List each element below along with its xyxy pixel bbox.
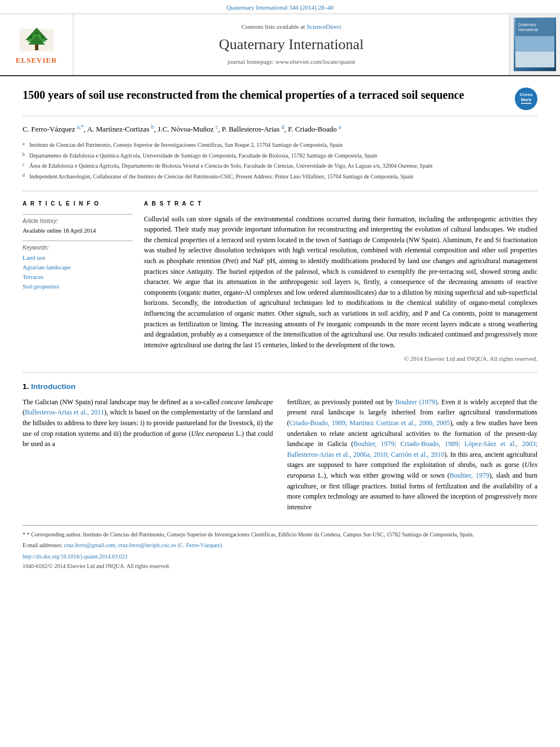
svg-text:Quaternary: Quaternary [518,23,537,27]
svg-rect-10 [515,36,554,52]
corresponding-author-note: * * Corresponding author. Instituto de C… [23,530,537,539]
contents-line: Contents lists available at ScienceDirec… [241,23,341,32]
svg-point-6 [41,36,43,38]
body-col-right-text: fertilizer, as previously pointed out by… [287,397,538,513]
ref-bouhier-shrubs[interactable]: Bouhier, 1979 [449,471,489,479]
article-info-column: A R T I C L E I N F O Article history: A… [23,200,133,364]
sciencedirect-link[interactable]: ScienceDirect [307,23,342,30]
article-info-heading: A R T I C L E I N F O [23,200,133,208]
svg-rect-1 [35,45,38,50]
crossmark-badge[interactable]: Cross Mark [515,88,537,110]
article-container: 1500 years of soil use reconstructed fro… [0,76,560,582]
affiliation-d: d Independent Archaeologist, Collaborato… [23,172,537,182]
email-label: E-mail addresses: [23,542,63,548]
affiliation-b-text: Departamento de Edafoloxía e Química Agr… [29,151,377,161]
keywords-block: Keywords: Land use Agrarian landscape Te… [23,241,133,291]
svg-text:Cross: Cross [520,92,533,97]
affiliation-d-text: Independent Archaeologist, Collaborator … [29,172,413,182]
journal-header-left: ELSEVIER [0,14,73,75]
body-two-col: The Galician (NW Spain) rural landscape … [23,397,537,517]
article-history-block: Article history: Available online 18 Apr… [23,214,133,235]
affiliation-a: a Instituto de Ciencias del Patrimonio, … [23,141,537,150]
affiliations-section: a Instituto de Ciencias del Patrimonio, … [23,141,537,191]
footnote-section: * * Corresponding author. Instituto de C… [23,525,537,570]
email-footnote: E-mail addresses: cruz.ferro@gmail.com, … [23,541,537,549]
svg-text:International: International [518,28,538,32]
doi-link[interactable]: http://dx.doi.org/10.1016/j.quaint.2014.… [23,553,128,560]
journal-header-center: Contents lists available at ScienceDirec… [73,14,509,75]
section1-number: 1. [23,382,29,391]
keyword-4[interactable]: Soil properties [23,282,133,291]
ref-bouhier-1979[interactable]: Bouhier (1979) [395,398,438,406]
journal-title: Quaternary International [219,34,364,55]
body-col-left: The Galician (NW Spain) rural landscape … [23,397,273,517]
journal-header: ELSEVIER Contents lists available at Sci… [0,14,560,76]
svg-point-5 [30,36,32,38]
keyword-3[interactable]: Terraces [23,273,133,282]
history-label: Article history: [23,217,133,226]
affiliation-c-text: Área de Edafoloxía e Química Agrícola, D… [29,161,432,171]
ref-criado-1989[interactable]: Criado-Boado, 1989; Martínez Cortizas et… [290,419,450,427]
email-links[interactable]: cruz.ferro@gmail.com, cruz.ferro@incipit… [64,542,223,548]
available-online: Available online 18 April 2014 [23,226,133,235]
ref-ballesteros-2011[interactable]: Ballesteros-Arias et al., 2011 [25,408,104,416]
elsevier-tree-icon [17,23,56,54]
affiliation-a-text: Instituto de Ciencias del Patrimonio, Co… [29,141,343,150]
copyright-line: © 2014 Elsevier Ltd and INQUA. All right… [144,355,537,364]
section1-title: Introduction [31,382,76,391]
journal-homepage: journal homepage: www.elsevier.com/locat… [228,58,355,67]
journal-cover-image: Quaternary International [509,14,560,75]
keywords-label: Keywords: [23,244,133,252]
keyword-2[interactable]: Agrarian landscape [23,263,133,272]
body-section: 1. Introduction The Galician (NW Spain) … [23,381,537,517]
ref-bouhier-galicia[interactable]: Bouhier, 1979; Criado-Boado, 1989; López… [287,440,538,458]
page-wrapper: Quaternary International 346 (2014) 28–4… [0,0,560,582]
elsevier-logo: ELSEVIER [16,23,58,66]
svg-rect-11 [515,52,554,68]
issn-line: 1040-6182/© 2014 Elsevier Ltd and INQUA.… [23,562,537,571]
svg-point-7 [36,32,38,34]
article-title: 1500 years of soil use reconstructed fro… [23,88,506,102]
article-title-section: 1500 years of soil use reconstructed fro… [23,88,537,116]
authors-line: C. Ferro-Vázquez a,*, A. Martínez-Cortiz… [23,123,537,135]
doi-line[interactable]: http://dx.doi.org/10.1016/j.quaint.2014.… [23,553,537,561]
cover-thumbnail: Quaternary International [514,18,556,71]
affiliation-b: b Departamento de Edafoloxía e Química A… [23,151,537,161]
keyword-1[interactable]: Land use [23,254,133,263]
abstract-heading: A B S T R A C T [144,200,537,208]
affiliation-c: c Área de Edafoloxía e Química Agrícola,… [23,161,537,171]
body-col-right: fertilizer, as previously pointed out by… [287,397,538,517]
section1-heading: 1. Introduction [23,381,537,392]
abstract-text: Colluvial soils can store signals of the… [144,214,537,351]
crossmark-icon[interactable]: Cross Mark [515,88,537,110]
body-col-left-text: The Galician (NW Spain) rural landscape … [23,397,273,449]
info-abstract-section: A R T I C L E I N F O Article history: A… [23,200,537,373]
top-bar: Quaternary International 346 (2014) 28–4… [0,0,560,14]
abstract-column: A B S T R A C T Colluvial soils can stor… [144,200,537,364]
svg-text:Mark: Mark [521,97,532,102]
journal-reference: Quaternary International 346 (2014) 28–4… [226,4,334,11]
elsevier-brand-text: ELSEVIER [16,55,58,66]
